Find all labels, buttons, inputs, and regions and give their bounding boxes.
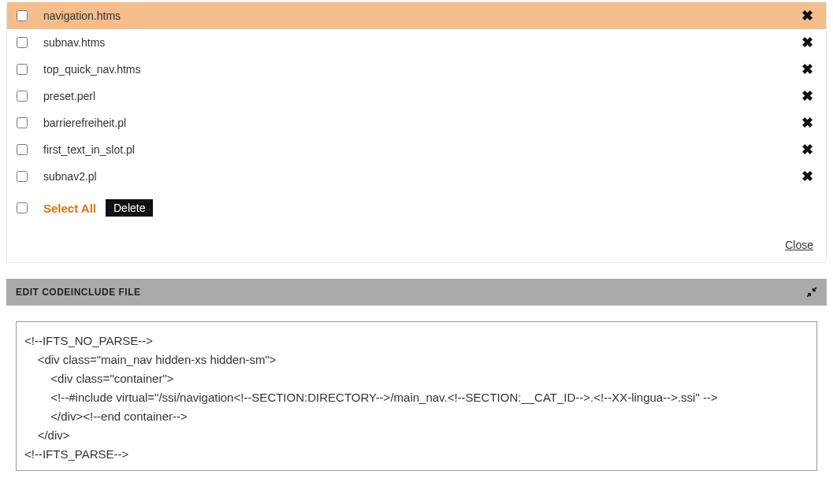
file-list-panel: navigation.htms✖subnav.htms✖top_quick_na…	[6, 2, 827, 263]
delete-button[interactable]: Delete	[106, 199, 153, 217]
close-link[interactable]: Close	[785, 239, 813, 251]
file-name-label: top_quick_nav.htms	[43, 63, 798, 76]
code-editor[interactable]	[16, 321, 817, 471]
file-name-label: navigation.htms	[43, 9, 798, 22]
remove-file-icon[interactable]: ✖	[798, 62, 816, 76]
file-checkbox[interactable]	[17, 10, 28, 21]
file-name-label: first_text_in_slot.pl	[43, 143, 798, 156]
select-all-link[interactable]: Select All	[43, 202, 96, 215]
editor-panel: EDIT CODEINCLUDE FILE	[6, 279, 827, 473]
file-name-label: subnav.htms	[43, 36, 798, 49]
file-checkbox[interactable]	[17, 64, 28, 75]
file-row[interactable]: first_text_in_slot.pl✖	[7, 136, 826, 163]
editor-header: EDIT CODEINCLUDE FILE	[6, 279, 827, 306]
file-name-label: preset.perl	[43, 90, 798, 102]
editor-title: EDIT CODEINCLUDE FILE	[16, 287, 141, 298]
compress-icon[interactable]	[806, 287, 817, 298]
panel-footer: Close	[7, 231, 826, 262]
file-row[interactable]: subnav2.pl✖	[7, 163, 826, 190]
file-row[interactable]: navigation.htms✖	[7, 2, 826, 29]
file-checkbox[interactable]	[17, 37, 28, 48]
file-row[interactable]: barrierefreiheit.pl✖	[7, 109, 826, 136]
actions-row: Select All Delete	[7, 190, 826, 231]
file-checkbox[interactable]	[17, 171, 28, 182]
file-row[interactable]: preset.perl✖	[7, 83, 826, 109]
file-name-label: barrierefreiheit.pl	[43, 117, 798, 129]
file-checkbox[interactable]	[17, 117, 28, 128]
remove-file-icon[interactable]: ✖	[798, 9, 816, 23]
file-checkbox[interactable]	[17, 91, 28, 102]
file-checkbox[interactable]	[17, 144, 28, 155]
select-all-checkbox[interactable]	[17, 202, 28, 213]
remove-file-icon[interactable]: ✖	[798, 143, 816, 157]
remove-file-icon[interactable]: ✖	[798, 35, 816, 50]
file-row[interactable]: subnav.htms✖	[7, 29, 826, 56]
file-name-label: subnav2.pl	[43, 170, 798, 183]
remove-file-icon[interactable]: ✖	[798, 116, 816, 130]
file-row[interactable]: top_quick_nav.htms✖	[7, 56, 826, 83]
remove-file-icon[interactable]: ✖	[798, 169, 816, 183]
code-area-wrap	[6, 306, 827, 473]
remove-file-icon[interactable]: ✖	[798, 89, 816, 103]
